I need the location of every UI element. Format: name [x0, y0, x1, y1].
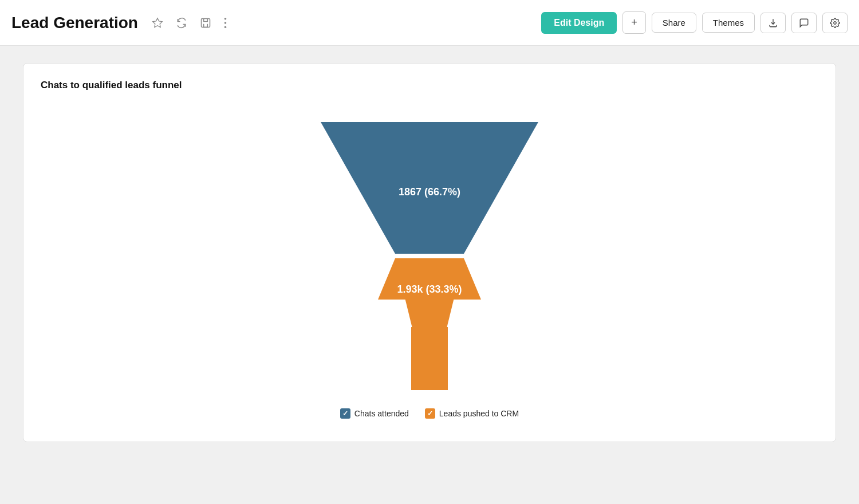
legend-item-chats: ✓ Chats attended — [340, 408, 409, 419]
funnel-stem — [411, 327, 448, 390]
export-icon — [771, 19, 775, 24]
themes-button[interactable]: Themes — [702, 13, 755, 33]
legend: ✓ Chats attended ✓ Leads pushed to CRM — [340, 408, 519, 419]
more-options-button[interactable] — [220, 14, 230, 32]
comment-icon — [800, 19, 808, 27]
settings-button[interactable] — [822, 13, 848, 33]
star-icon — [153, 18, 163, 27]
legend-chats-label: Chats attended — [354, 409, 409, 418]
save-button[interactable] — [196, 14, 215, 32]
toolbar: Lead Generation Edit Design + Share Them… — [0, 0, 859, 46]
page-title: Lead Generation — [11, 14, 138, 32]
gear-center — [834, 21, 837, 24]
funnel-top-label: 1867 (66.7%) — [399, 186, 460, 198]
refresh-arc — [178, 18, 185, 27]
funnel-bottom-label: 1.93k (33.3%) — [397, 284, 462, 295]
export-base — [770, 25, 777, 26]
dot3 — [224, 26, 227, 28]
funnel-card: Chats to qualified leads funnel 1867 (66… — [23, 63, 836, 442]
funnel-chart: 1867 (66.7%) 1.93k (33.3%) — [286, 116, 573, 397]
legend-leads-label: Leads pushed to CRM — [439, 409, 519, 418]
save-icon-2 — [204, 18, 208, 27]
dot2 — [224, 22, 227, 24]
legend-leads-color: ✓ — [425, 408, 435, 419]
comment-button[interactable] — [791, 13, 817, 33]
dot1 — [224, 17, 227, 19]
share-button[interactable]: Share — [652, 13, 696, 33]
legend-chats-color: ✓ — [340, 408, 350, 419]
edit-design-button[interactable]: Edit Design — [541, 12, 617, 34]
main-content: Chats to qualified leads funnel 1867 (66… — [0, 46, 859, 459]
card-title: Chats to qualified leads funnel — [41, 80, 818, 91]
gear-icon — [830, 18, 840, 27]
add-button[interactable]: + — [622, 11, 646, 34]
save-icon — [201, 18, 210, 27]
refresh-button[interactable] — [172, 14, 191, 32]
funnel-container: 1867 (66.7%) 1.93k (33.3%) ✓ Chats atten… — [41, 105, 818, 424]
legend-item-leads: ✓ Leads pushed to CRM — [425, 408, 519, 419]
favorite-button[interactable] — [148, 14, 167, 32]
export-button[interactable] — [761, 13, 786, 33]
